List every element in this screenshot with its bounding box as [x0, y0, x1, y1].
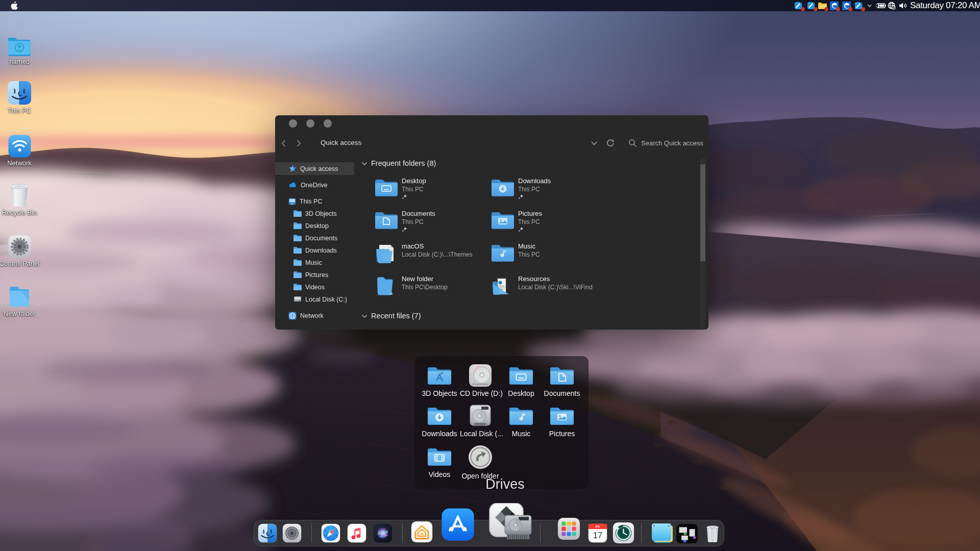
svg-text:17: 17 [593, 531, 602, 540]
svg-text:JUL: JUL [595, 525, 601, 528]
